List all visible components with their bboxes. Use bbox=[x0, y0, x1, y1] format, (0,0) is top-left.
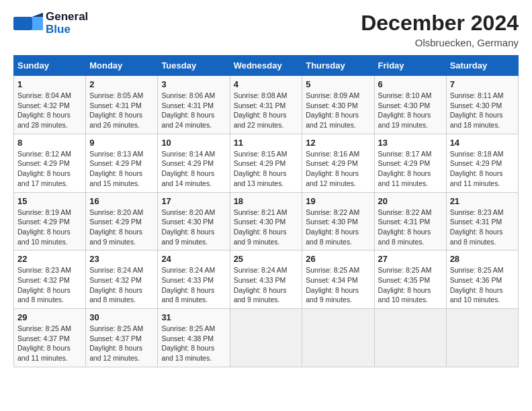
logo-general: General bbox=[46, 11, 88, 24]
calendar-cell: 8 Sunrise: 8:12 AM Sunset: 4:29 PM Dayli… bbox=[14, 134, 86, 192]
calendar-cell bbox=[374, 309, 446, 367]
page-header: General Blue December 2024 Olsbruecken, … bbox=[13, 11, 519, 48]
calendar-cell: 26 Sunrise: 8:25 AM Sunset: 4:34 PM Dayl… bbox=[302, 250, 374, 309]
day-info: Sunrise: 8:08 AM Sunset: 4:31 PM Dayligh… bbox=[234, 91, 299, 130]
day-number: 26 bbox=[306, 254, 370, 264]
day-info: Sunrise: 8:06 AM Sunset: 4:31 PM Dayligh… bbox=[161, 91, 226, 130]
day-info: Sunrise: 8:04 AM Sunset: 4:32 PM Dayligh… bbox=[17, 91, 82, 130]
day-info: Sunrise: 8:25 AM Sunset: 4:36 PM Dayligh… bbox=[450, 265, 515, 305]
day-number: 4 bbox=[234, 79, 299, 89]
day-info: Sunrise: 8:16 AM Sunset: 4:29 PM Dayligh… bbox=[306, 149, 370, 189]
day-info: Sunrise: 8:23 AM Sunset: 4:31 PM Dayligh… bbox=[450, 208, 515, 247]
calendar-cell: 21 Sunrise: 8:23 AM Sunset: 4:31 PM Dayl… bbox=[446, 192, 518, 250]
day-info: Sunrise: 8:20 AM Sunset: 4:29 PM Dayligh… bbox=[89, 208, 154, 247]
weekday-header-friday: Friday bbox=[374, 56, 446, 76]
day-number: 3 bbox=[161, 79, 226, 89]
calendar-cell: 25 Sunrise: 8:24 AM Sunset: 4:33 PM Dayl… bbox=[230, 250, 302, 309]
day-number: 28 bbox=[450, 254, 515, 264]
logo-blue: Blue bbox=[46, 24, 88, 36]
calendar-cell: 18 Sunrise: 8:21 AM Sunset: 4:30 PM Dayl… bbox=[230, 192, 302, 250]
calendar-cell: 15 Sunrise: 8:19 AM Sunset: 4:29 PM Dayl… bbox=[14, 192, 86, 250]
day-number: 20 bbox=[378, 196, 443, 206]
day-info: Sunrise: 8:24 AM Sunset: 4:33 PM Dayligh… bbox=[234, 265, 299, 305]
day-info: Sunrise: 8:18 AM Sunset: 4:29 PM Dayligh… bbox=[450, 149, 515, 189]
calendar-cell: 1 Sunrise: 8:04 AM Sunset: 4:32 PM Dayli… bbox=[14, 76, 86, 134]
calendar-cell: 7 Sunrise: 8:11 AM Sunset: 4:30 PM Dayli… bbox=[446, 76, 518, 134]
calendar-cell: 17 Sunrise: 8:20 AM Sunset: 4:30 PM Dayl… bbox=[158, 192, 230, 250]
day-info: Sunrise: 8:05 AM Sunset: 4:31 PM Dayligh… bbox=[89, 91, 154, 130]
calendar-cell: 31 Sunrise: 8:25 AM Sunset: 4:38 PM Dayl… bbox=[158, 309, 230, 367]
day-info: Sunrise: 8:25 AM Sunset: 4:38 PM Dayligh… bbox=[161, 324, 226, 363]
day-info: Sunrise: 8:21 AM Sunset: 4:30 PM Dayligh… bbox=[234, 208, 299, 247]
calendar-cell: 22 Sunrise: 8:23 AM Sunset: 4:32 PM Dayl… bbox=[14, 250, 86, 309]
calendar-cell: 5 Sunrise: 8:09 AM Sunset: 4:30 PM Dayli… bbox=[302, 76, 374, 134]
logo-icon bbox=[13, 11, 43, 36]
day-info: Sunrise: 8:25 AM Sunset: 4:37 PM Dayligh… bbox=[89, 324, 154, 363]
day-info: Sunrise: 8:09 AM Sunset: 4:30 PM Dayligh… bbox=[306, 91, 370, 130]
calendar-cell: 20 Sunrise: 8:22 AM Sunset: 4:31 PM Dayl… bbox=[374, 192, 446, 250]
day-number: 14 bbox=[450, 138, 515, 148]
day-info: Sunrise: 8:20 AM Sunset: 4:30 PM Dayligh… bbox=[161, 208, 226, 247]
day-info: Sunrise: 8:15 AM Sunset: 4:29 PM Dayligh… bbox=[234, 149, 299, 189]
calendar-cell: 24 Sunrise: 8:24 AM Sunset: 4:33 PM Dayl… bbox=[158, 250, 230, 309]
day-number: 11 bbox=[234, 138, 299, 148]
calendar-week-1: 1 Sunrise: 8:04 AM Sunset: 4:32 PM Dayli… bbox=[14, 76, 519, 134]
weekday-header-tuesday: Tuesday bbox=[158, 56, 230, 76]
day-number: 1 bbox=[17, 79, 82, 89]
day-number: 13 bbox=[378, 138, 443, 148]
logo: General Blue bbox=[13, 11, 88, 36]
title-block: December 2024 Olsbruecken, Germany bbox=[361, 11, 519, 48]
day-number: 16 bbox=[89, 196, 154, 206]
day-number: 21 bbox=[450, 196, 515, 206]
weekday-header-sunday: Sunday bbox=[14, 56, 86, 76]
calendar-cell: 3 Sunrise: 8:06 AM Sunset: 4:31 PM Dayli… bbox=[158, 76, 230, 134]
calendar-cell: 28 Sunrise: 8:25 AM Sunset: 4:36 PM Dayl… bbox=[446, 250, 518, 309]
day-number: 29 bbox=[17, 312, 82, 322]
weekday-header-wednesday: Wednesday bbox=[230, 56, 302, 76]
calendar-header-row: SundayMondayTuesdayWednesdayThursdayFrid… bbox=[14, 56, 519, 76]
day-number: 19 bbox=[306, 196, 370, 206]
day-number: 23 bbox=[89, 254, 154, 264]
day-number: 17 bbox=[161, 196, 226, 206]
day-info: Sunrise: 8:24 AM Sunset: 4:33 PM Dayligh… bbox=[161, 265, 226, 305]
calendar-cell: 29 Sunrise: 8:25 AM Sunset: 4:37 PM Dayl… bbox=[14, 309, 86, 367]
calendar-week-4: 22 Sunrise: 8:23 AM Sunset: 4:32 PM Dayl… bbox=[14, 250, 519, 309]
day-number: 5 bbox=[306, 79, 370, 89]
weekday-header-monday: Monday bbox=[86, 56, 158, 76]
calendar-week-3: 15 Sunrise: 8:19 AM Sunset: 4:29 PM Dayl… bbox=[14, 192, 519, 250]
day-number: 9 bbox=[89, 138, 154, 148]
day-info: Sunrise: 8:14 AM Sunset: 4:29 PM Dayligh… bbox=[161, 149, 226, 189]
location: Olsbruecken, Germany bbox=[361, 37, 519, 48]
calendar-cell: 6 Sunrise: 8:10 AM Sunset: 4:30 PM Dayli… bbox=[374, 76, 446, 134]
svg-marker-2 bbox=[32, 13, 43, 17]
month-title: December 2024 bbox=[361, 11, 519, 36]
calendar-week-5: 29 Sunrise: 8:25 AM Sunset: 4:37 PM Dayl… bbox=[14, 309, 519, 367]
calendar-cell: 2 Sunrise: 8:05 AM Sunset: 4:31 PM Dayli… bbox=[86, 76, 158, 134]
day-number: 24 bbox=[161, 254, 226, 264]
weekday-header-thursday: Thursday bbox=[302, 56, 374, 76]
calendar-cell: 11 Sunrise: 8:15 AM Sunset: 4:29 PM Dayl… bbox=[230, 134, 302, 192]
calendar-cell: 27 Sunrise: 8:25 AM Sunset: 4:35 PM Dayl… bbox=[374, 250, 446, 309]
weekday-header-saturday: Saturday bbox=[446, 56, 518, 76]
calendar-cell bbox=[302, 309, 374, 367]
day-info: Sunrise: 8:13 AM Sunset: 4:29 PM Dayligh… bbox=[89, 149, 154, 189]
day-number: 15 bbox=[17, 196, 82, 206]
day-info: Sunrise: 8:22 AM Sunset: 4:31 PM Dayligh… bbox=[378, 208, 443, 247]
day-info: Sunrise: 8:25 AM Sunset: 4:35 PM Dayligh… bbox=[378, 265, 443, 305]
day-number: 31 bbox=[161, 312, 226, 322]
day-info: Sunrise: 8:23 AM Sunset: 4:32 PM Dayligh… bbox=[17, 265, 82, 305]
calendar-cell: 12 Sunrise: 8:16 AM Sunset: 4:29 PM Dayl… bbox=[302, 134, 374, 192]
day-number: 2 bbox=[89, 79, 154, 89]
day-number: 30 bbox=[89, 312, 154, 322]
svg-rect-0 bbox=[13, 17, 32, 30]
day-number: 6 bbox=[378, 79, 443, 89]
day-number: 10 bbox=[161, 138, 226, 148]
day-info: Sunrise: 8:24 AM Sunset: 4:32 PM Dayligh… bbox=[89, 265, 154, 305]
calendar-cell: 14 Sunrise: 8:18 AM Sunset: 4:29 PM Dayl… bbox=[446, 134, 518, 192]
day-info: Sunrise: 8:11 AM Sunset: 4:30 PM Dayligh… bbox=[450, 91, 515, 130]
day-number: 8 bbox=[17, 138, 82, 148]
day-info: Sunrise: 8:12 AM Sunset: 4:29 PM Dayligh… bbox=[17, 149, 82, 189]
calendar-cell: 19 Sunrise: 8:22 AM Sunset: 4:30 PM Dayl… bbox=[302, 192, 374, 250]
calendar-cell bbox=[230, 309, 302, 367]
day-info: Sunrise: 8:10 AM Sunset: 4:30 PM Dayligh… bbox=[378, 91, 443, 130]
